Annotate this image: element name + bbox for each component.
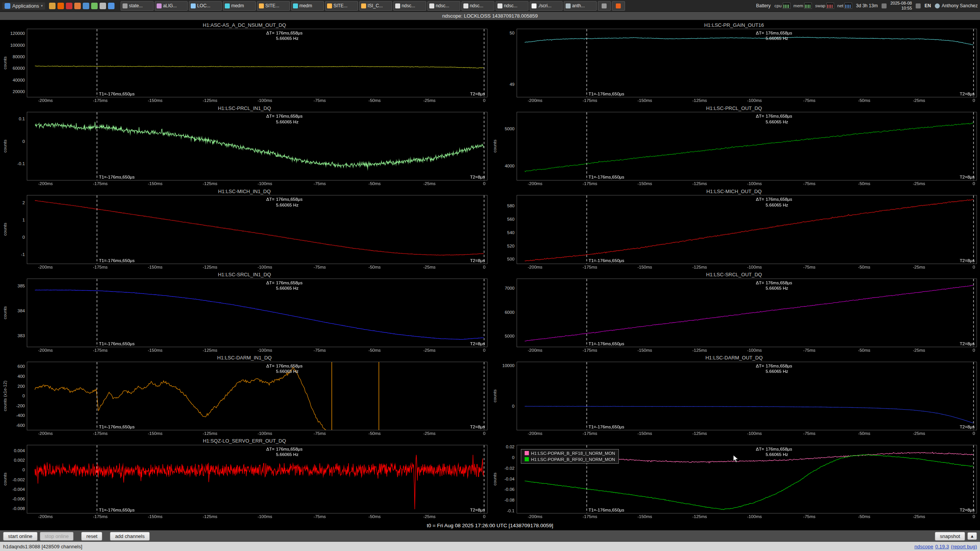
x-tick-label: 0	[973, 181, 975, 186]
x-axis-ticks: -200ms-175ms-150ms-125ms-100ms-75ms-50ms…	[517, 97, 977, 104]
monitor-mem[interactable]: mem	[793, 3, 812, 9]
x-tick-label: -175ms	[582, 181, 597, 186]
taskbar-window-button[interactable]: medm	[223, 1, 256, 11]
clock[interactable]: 2025-08-08 10:55	[890, 1, 912, 10]
reset-button[interactable]: reset	[81, 532, 102, 541]
files-icon[interactable]	[49, 3, 56, 9]
version-link[interactable]: 0.19.3	[935, 544, 949, 549]
x-tick-label: -200ms	[38, 265, 53, 269]
x-tick-label: -25ms	[423, 514, 435, 519]
x-tick-label: -175ms	[582, 98, 597, 103]
window-icon	[293, 3, 298, 8]
x-tick-label: -125ms	[692, 98, 707, 103]
x-tick-label: -100ms	[257, 514, 272, 519]
x-tick-label: -100ms	[747, 98, 762, 103]
taskbar-window-button[interactable]: ndsc...	[496, 1, 528, 11]
applications-menu[interactable]: Applications ▾	[2, 2, 45, 10]
taskbar-window-label: ndsc...	[402, 3, 415, 8]
ndscope-link[interactable]: ndscope	[915, 544, 933, 549]
plot-title: H1:LSC-PRCL_IN1_DQ	[2, 104, 488, 112]
monitor-net[interactable]: net	[837, 3, 852, 9]
t2-cursor-label: T2=8μs	[470, 92, 485, 96]
monitor-cpu[interactable]: cpu	[774, 3, 790, 9]
x-tick-label: -200ms	[528, 98, 542, 103]
x-tick-label: -175ms	[582, 348, 597, 353]
snapshot-button[interactable]: snapshot	[935, 532, 965, 541]
x-tick-label: -200ms	[38, 181, 53, 186]
taskbar-window-button[interactable]: ISI_C...	[359, 1, 392, 11]
share-icon[interactable]	[83, 3, 89, 9]
keyboard-layout[interactable]: EN	[924, 3, 931, 8]
y-tick-label: 7000	[505, 286, 515, 290]
help-icon[interactable]	[108, 3, 115, 9]
t2-cursor-label: T2=8μs	[470, 341, 485, 346]
battery-indicator[interactable]: Battery	[756, 3, 771, 8]
x-tick-label: -175ms	[582, 265, 597, 269]
screenshot-icon[interactable]	[916, 3, 921, 8]
taskbar-window-button[interactable]: anth...	[564, 1, 597, 11]
plot-canvas[interactable]: ΔT=176ms,658μs5.66065 HzT1=-176ms,650μsT…	[27, 279, 488, 347]
monitor-swap[interactable]: swap	[815, 3, 834, 9]
taskbar-window-button[interactable]: ./scri...	[530, 1, 563, 11]
plot-canvas[interactable]: ΔT=176ms,658μs5.66065 HzT1=-176ms,650μsT…	[27, 112, 488, 180]
taskbar-window-button[interactable]: SITE...	[325, 1, 358, 11]
plot-canvas[interactable]: ΔT=176ms,658μs5.66065 HzT1=-176ms,650μsT…	[27, 362, 488, 430]
y-axis-ticks: 100000	[498, 362, 517, 430]
x-tick-label: -25ms	[423, 348, 435, 353]
y-axis-ticks: 5049	[498, 29, 517, 97]
browser-icon[interactable]	[66, 3, 72, 9]
plot-canvas[interactable]: ΔT=176ms,658μs5.66065 HzT1=-176ms,650μsT…	[517, 29, 977, 97]
x-axis-ticks: -200ms-175ms-150ms-125ms-100ms-75ms-50ms…	[27, 180, 488, 187]
package-icon[interactable]	[91, 3, 98, 9]
plot-canvas[interactable]: ΔT=176ms,658μs5.66065 HzT1=-176ms,650μsT…	[27, 195, 488, 264]
plot-canvas[interactable]: ΔT=176ms,658μs5.66065 HzT1=-176ms,650μsT…	[517, 195, 977, 264]
plot-title: H1:LSC-MICH_IN1_DQ	[2, 187, 488, 195]
plot-canvas[interactable]: ΔT=176ms,658μs5.66065 HzT1=-176ms,650μsT…	[517, 279, 977, 347]
clipboard-icon[interactable]	[882, 3, 887, 8]
taskbar-window-button[interactable]: ndsc...	[461, 1, 494, 11]
expand-button[interactable]: ▲	[967, 532, 977, 540]
taskbar-window-button[interactable]: state...	[121, 1, 154, 11]
t1-cursor-label: T1=-176ms,650μs	[589, 341, 624, 346]
x-tick-label: -200ms	[38, 348, 53, 353]
taskbar-window-button[interactable]	[598, 1, 611, 11]
x-tick-label: -125ms	[692, 348, 707, 353]
delta-t-values: 176ms,658μs5.66065 Hz	[276, 197, 303, 208]
delta-t-frequency: 5.66065 Hz	[766, 285, 792, 291]
taskbar-window-button[interactable]: LOC...	[189, 1, 222, 11]
taskbar-launchers	[49, 3, 115, 9]
bottom-toolbar: start online stop online reset add chann…	[0, 530, 980, 542]
plot-title	[491, 437, 977, 445]
stop-online-button[interactable]: stop online	[40, 532, 74, 541]
taskbar-window-button[interactable]: SITE...	[257, 1, 290, 11]
taskbar-window-button[interactable]: ndsc...	[427, 1, 460, 11]
legend-label: H1:LSC-POPAIR_B_RF18_I_NORM_MON	[531, 451, 615, 456]
y-tick-label: 385	[18, 284, 25, 288]
taskbar-window-button[interactable]: medm	[291, 1, 324, 11]
taskbar-window-label: ndsc...	[504, 3, 517, 8]
window-titlebar[interactable]: ndscope: LOCKLOSS 1438709178.005859	[0, 12, 980, 20]
plot-title: H1:LSC-SRCL_OUT_DQ	[491, 271, 977, 279]
plot-canvas[interactable]: ΔT=176ms,658μs5.66065 HzT1=-176ms,650μsT…	[517, 112, 977, 180]
user-menu[interactable]: Anthony Sanchez	[935, 3, 978, 8]
firefox-icon[interactable]	[57, 3, 64, 9]
legend-swatch	[525, 457, 529, 461]
plot-canvas[interactable]: ΔT=176ms,658μs5.66065 HzT1=-176ms,650μsT…	[517, 445, 977, 513]
start-online-button[interactable]: start online	[3, 532, 38, 541]
taskbar-window-button[interactable]: ndsc...	[393, 1, 426, 11]
taskbar-window-button[interactable]	[612, 1, 625, 11]
add-channels-button[interactable]: add channels	[110, 532, 149, 541]
x-tick-label: -125ms	[203, 265, 217, 269]
taskbar-window-button[interactable]: aLIG...	[155, 1, 188, 11]
x-tick-label: -25ms	[423, 431, 435, 436]
legend-item: H1:LSC-POPAIR_B_RF18_I_NORM_MON	[525, 451, 615, 456]
report-bug-link[interactable]: (report bug)	[951, 544, 977, 549]
applications-label: Applications	[12, 3, 39, 9]
editor-icon[interactable]	[100, 3, 106, 9]
plot-canvas[interactable]: ΔT=176ms,658μs5.66065 HzT1=-176ms,650μsT…	[27, 445, 488, 513]
delta-t-frequency: 5.66065 Hz	[766, 202, 792, 208]
plot-canvas[interactable]: ΔT=176ms,658μs5.66065 HzT1=-176ms,650μsT…	[27, 29, 488, 97]
plot-canvas[interactable]: ΔT=176ms,658μs5.66065 HzT1=-176ms,650μsT…	[517, 362, 977, 430]
x-tick-label: -125ms	[692, 431, 707, 436]
mail-icon[interactable]	[74, 3, 81, 9]
